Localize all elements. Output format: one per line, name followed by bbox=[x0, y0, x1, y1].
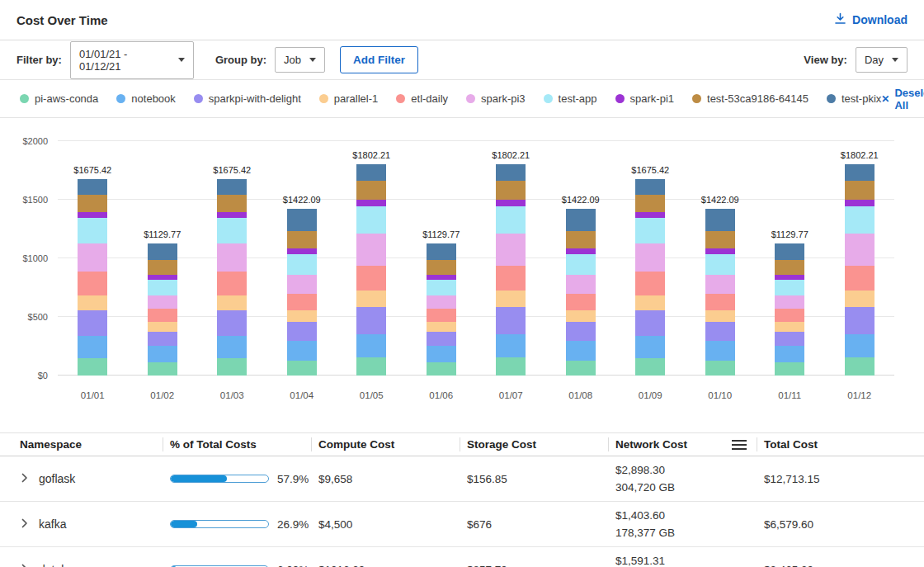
bar-segment-test-pkix[interactable] bbox=[287, 209, 317, 231]
bar-segment-notebook[interactable] bbox=[356, 334, 386, 357]
bar-segment-spark-pi1[interactable] bbox=[287, 248, 317, 254]
bar-segment-test-53ca9186-64145[interactable] bbox=[635, 195, 665, 212]
bar-segment-parallel-1[interactable] bbox=[566, 310, 596, 323]
bar-segment-sparkpi-with-delight[interactable] bbox=[705, 322, 735, 341]
bar-segment-test-53ca9186-64145[interactable] bbox=[427, 260, 456, 275]
bar-segment-parallel-1[interactable] bbox=[148, 322, 177, 332]
bar-segment-parallel-1[interactable] bbox=[427, 322, 456, 332]
bar-segment-test-pkix[interactable] bbox=[566, 209, 596, 231]
view-by-dropdown[interactable]: Day bbox=[856, 47, 908, 73]
legend-item-test-app[interactable]: test-app bbox=[544, 92, 597, 105]
bar-group-01/02[interactable]: $1129.77 bbox=[128, 141, 198, 376]
bar-segment-pi-aws-conda[interactable] bbox=[427, 362, 456, 376]
bar-segment-spark-pi3[interactable] bbox=[287, 275, 317, 294]
bar-segment-spark-pi1[interactable] bbox=[217, 212, 247, 218]
bar-segment-pi-aws-conda[interactable] bbox=[496, 357, 526, 376]
bar-segment-test-53ca9186-64145[interactable] bbox=[566, 231, 596, 248]
bar-segment-notebook[interactable] bbox=[78, 336, 107, 358]
bar-segment-test-app[interactable] bbox=[217, 218, 247, 243]
bar-segment-test-pkix[interactable] bbox=[427, 243, 456, 260]
bar-segment-notebook[interactable] bbox=[427, 346, 456, 362]
bar-segment-spark-pi3[interactable] bbox=[496, 234, 526, 265]
namespace-cell[interactable]: goflask bbox=[20, 472, 163, 485]
bar-segment-test-app[interactable] bbox=[705, 254, 735, 275]
bar-group-01/03[interactable]: $1675.42 bbox=[197, 141, 267, 376]
bar-segment-sparkpi-with-delight[interactable] bbox=[635, 310, 665, 336]
bar-segment-spark-pi3[interactable] bbox=[78, 243, 107, 272]
bar-segment-pi-aws-conda[interactable] bbox=[217, 358, 247, 376]
bar-segment-test-pkix[interactable] bbox=[217, 179, 247, 195]
legend-item-spark-pi3[interactable]: spark-pi3 bbox=[466, 92, 525, 105]
bar-segment-pi-aws-conda[interactable] bbox=[635, 358, 665, 376]
date-range-dropdown[interactable]: 01/01/21 - 01/12/21 bbox=[70, 41, 194, 79]
bar-segment-spark-pi3[interactable] bbox=[705, 275, 735, 294]
bar-segment-sparkpi-with-delight[interactable] bbox=[845, 307, 874, 334]
namespace-cell[interactable]: kafka bbox=[20, 517, 163, 531]
bar-segment-sparkpi-with-delight[interactable] bbox=[78, 310, 107, 336]
bar-segment-spark-pi3[interactable] bbox=[217, 243, 247, 272]
bar-segment-test-app[interactable] bbox=[287, 254, 317, 275]
bar-segment-test-53ca9186-64145[interactable] bbox=[496, 181, 526, 200]
legend-item-parallel-1[interactable]: parallel-1 bbox=[319, 92, 378, 105]
bar-segment-spark-pi1[interactable] bbox=[78, 212, 107, 218]
bar-segment-notebook[interactable] bbox=[287, 341, 317, 360]
bar-segment-test-app[interactable] bbox=[356, 206, 386, 234]
bar-segment-sparkpi-with-delight[interactable] bbox=[775, 332, 804, 346]
deselect-all-button[interactable]: ✕ Deselect All bbox=[881, 87, 924, 111]
bar-group-01/05[interactable]: $1802.21 bbox=[337, 141, 407, 376]
bar-segment-test-53ca9186-64145[interactable] bbox=[356, 181, 386, 200]
bar-segment-sparkpi-with-delight[interactable] bbox=[356, 307, 386, 334]
bar-segment-parallel-1[interactable] bbox=[775, 322, 804, 332]
bar-segment-test-pkix[interactable] bbox=[78, 179, 107, 195]
bar-segment-test-pkix[interactable] bbox=[496, 164, 526, 180]
bar-segment-parallel-1[interactable] bbox=[635, 295, 665, 310]
bar-segment-test-53ca9186-64145[interactable] bbox=[775, 260, 804, 275]
bar-segment-pi-aws-conda[interactable] bbox=[148, 362, 177, 376]
bar-segment-parallel-1[interactable] bbox=[217, 295, 247, 310]
bar-group-01/08[interactable]: $1422.09 bbox=[546, 141, 616, 376]
bar-segment-test-pkix[interactable] bbox=[705, 209, 735, 231]
bar-group-01/10[interactable]: $1422.09 bbox=[686, 141, 756, 376]
bar-segment-sparkpi-with-delight[interactable] bbox=[287, 322, 317, 341]
bar-segment-test-app[interactable] bbox=[566, 254, 596, 275]
bar-segment-etl-daily[interactable] bbox=[217, 272, 247, 295]
bar-group-01/06[interactable]: $1129.77 bbox=[407, 141, 477, 376]
bar-segment-notebook[interactable] bbox=[496, 334, 526, 357]
bar-segment-spark-pi1[interactable] bbox=[496, 200, 526, 206]
bar-segment-pi-aws-conda[interactable] bbox=[775, 362, 804, 376]
bar-segment-parallel-1[interactable] bbox=[78, 295, 107, 310]
bar-segment-pi-aws-conda[interactable] bbox=[566, 361, 596, 376]
bar-segment-test-app[interactable] bbox=[635, 218, 665, 243]
menu-icon[interactable] bbox=[732, 440, 747, 450]
bar-segment-test-app[interactable] bbox=[427, 280, 456, 295]
bar-segment-test-53ca9186-64145[interactable] bbox=[148, 260, 177, 275]
group-by-dropdown[interactable]: Job bbox=[275, 47, 325, 73]
bar-segment-etl-daily[interactable] bbox=[775, 309, 804, 322]
bar-segment-test-pkix[interactable] bbox=[148, 243, 177, 260]
bar-segment-notebook[interactable] bbox=[566, 341, 596, 360]
bar-segment-etl-daily[interactable] bbox=[356, 266, 386, 291]
bar-segment-spark-pi1[interactable] bbox=[356, 200, 386, 206]
bar-segment-test-pkix[interactable] bbox=[775, 243, 804, 260]
bar-segment-test-app[interactable] bbox=[496, 206, 526, 234]
bar-segment-parallel-1[interactable] bbox=[496, 291, 526, 307]
bar-segment-pi-aws-conda[interactable] bbox=[287, 361, 317, 376]
bar-segment-sparkpi-with-delight[interactable] bbox=[427, 332, 456, 346]
legend-item-sparkpi-with-delight[interactable]: sparkpi-with-delight bbox=[194, 92, 301, 105]
bar-segment-test-pkix[interactable] bbox=[356, 164, 386, 180]
bar-segment-test-53ca9186-64145[interactable] bbox=[217, 195, 247, 212]
bar-segment-etl-daily[interactable] bbox=[148, 309, 177, 322]
bar-segment-spark-pi3[interactable] bbox=[845, 234, 874, 265]
bar-segment-notebook[interactable] bbox=[845, 334, 874, 357]
legend-item-pi-aws-conda[interactable]: pi-aws-conda bbox=[20, 92, 98, 105]
bar-segment-parallel-1[interactable] bbox=[845, 291, 874, 307]
bar-segment-test-app[interactable] bbox=[845, 206, 874, 234]
bar-segment-etl-daily[interactable] bbox=[635, 272, 665, 295]
bar-segment-spark-pi3[interactable] bbox=[148, 295, 177, 309]
bar-segment-spark-pi3[interactable] bbox=[356, 234, 386, 265]
bar-segment-parallel-1[interactable] bbox=[356, 291, 386, 307]
bar-group-01/01[interactable]: $1675.42 bbox=[58, 141, 128, 376]
bar-segment-spark-pi3[interactable] bbox=[775, 295, 804, 309]
bar-segment-test-app[interactable] bbox=[78, 218, 107, 243]
bar-segment-notebook[interactable] bbox=[148, 346, 177, 362]
